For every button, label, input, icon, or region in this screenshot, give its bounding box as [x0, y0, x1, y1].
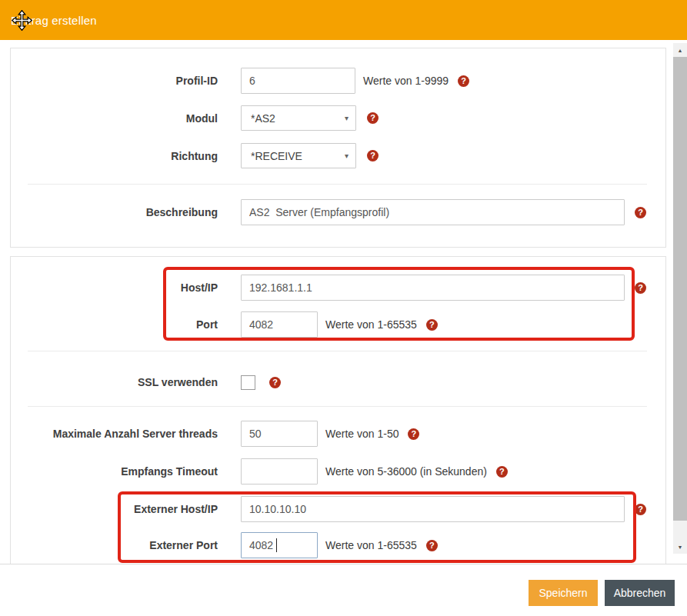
- ext-port-label: Externer Port: [11, 539, 218, 551]
- help-icon[interactable]: ?: [408, 428, 419, 440]
- max-threads-row: Maximale Anzahl Server threads Werte von…: [11, 421, 665, 447]
- profile-panel: Profil-ID Werte von 1-9999 ? Modul *AS2 …: [10, 48, 666, 248]
- help-icon[interactable]: ?: [458, 75, 469, 87]
- help-icon[interactable]: ?: [367, 112, 379, 124]
- modul-row: Modul *AS2 ▾ ?: [11, 105, 665, 131]
- port-row: Port Werte von 1-65535 ?: [11, 311, 665, 338]
- separator: [28, 351, 647, 351]
- max-threads-hint: Werte von 1-50: [325, 428, 399, 440]
- host-ip-row: Host/IP ?: [11, 275, 665, 301]
- ext-port-hint: Werte von 1-65535: [325, 539, 417, 551]
- footer-divider: [0, 564, 687, 564]
- modul-select-value: *AS2: [251, 112, 275, 125]
- richtung-row: Richtung *RECEIVE ▾ ?: [11, 143, 665, 168]
- timeout-row: Empfangs Timeout Werte von 5-36000 (in S…: [11, 458, 665, 484]
- help-icon[interactable]: ?: [635, 504, 646, 515]
- modul-select[interactable]: *AS2 ▾: [241, 105, 356, 131]
- ssl-label: SSL verwenden: [11, 376, 218, 388]
- server-panel: Host/IP ? Port Werte von 1-65535 ? SSL v…: [10, 256, 666, 564]
- scrollbar-thumb[interactable]: [673, 57, 687, 521]
- beschreibung-row: Beschreibung ?: [11, 199, 665, 225]
- help-icon[interactable]: ?: [635, 282, 646, 294]
- scroll-down-icon[interactable]: ▼: [673, 540, 687, 554]
- richtung-label: Richtung: [11, 150, 218, 162]
- help-icon[interactable]: ?: [496, 466, 508, 478]
- richtung-select[interactable]: *RECEIVE ▾: [241, 143, 356, 168]
- timeout-label: Empfangs Timeout: [11, 465, 218, 478]
- beschreibung-input[interactable]: [241, 199, 625, 225]
- chevron-down-icon: ▾: [345, 152, 349, 160]
- help-icon[interactable]: ?: [426, 319, 438, 331]
- vertical-scrollbar[interactable]: ▲ ▼: [673, 43, 687, 554]
- help-icon[interactable]: ?: [367, 150, 379, 161]
- beschreibung-label: Beschreibung: [11, 206, 218, 218]
- max-threads-input[interactable]: [241, 421, 318, 447]
- ssl-row: SSL verwenden ?: [11, 369, 665, 395]
- dialog-titlebar[interactable]: Eintrag erstellen: [0, 0, 687, 40]
- help-icon[interactable]: ?: [426, 540, 438, 551]
- save-button[interactable]: Speichern: [529, 580, 598, 606]
- profil-id-label: Profil-ID: [11, 75, 218, 87]
- profil-id-hint: Werte von 1-9999: [363, 75, 449, 87]
- timeout-hint: Werte von 5-36000 (in Sekunden): [325, 465, 487, 478]
- timeout-input[interactable]: [241, 458, 318, 484]
- host-ip-label: Host/IP: [11, 281, 218, 294]
- help-icon[interactable]: ?: [635, 207, 646, 218]
- host-ip-input[interactable]: [241, 275, 625, 301]
- port-hint: Werte von 1-65535: [325, 318, 417, 331]
- separator: [28, 406, 647, 407]
- profil-id-input[interactable]: [241, 68, 355, 94]
- richtung-select-value: *RECEIVE: [251, 150, 302, 162]
- separator: [28, 184, 647, 185]
- ext-host-ip-row: Externer Host/IP ?: [11, 496, 665, 522]
- port-label: Port: [11, 318, 218, 331]
- ext-port-row: Externer Port Werte von 1-65535 ?: [11, 532, 665, 558]
- cancel-button[interactable]: Abbrechen: [605, 580, 675, 606]
- ext-host-ip-label: Externer Host/IP: [11, 503, 218, 515]
- max-threads-label: Maximale Anzahl Server threads: [11, 428, 218, 440]
- ssl-checkbox[interactable]: [241, 375, 255, 390]
- modul-label: Modul: [11, 112, 218, 125]
- help-icon[interactable]: ?: [269, 377, 281, 388]
- scroll-up-icon[interactable]: ▲: [673, 43, 687, 57]
- ext-port-input[interactable]: [241, 532, 318, 558]
- move-cursor-icon: [12, 10, 32, 31]
- chevron-down-icon: ▾: [345, 114, 349, 122]
- profil-id-row: Profil-ID Werte von 1-9999 ?: [11, 68, 665, 94]
- port-input[interactable]: [241, 311, 318, 338]
- ext-host-ip-input[interactable]: [241, 496, 625, 522]
